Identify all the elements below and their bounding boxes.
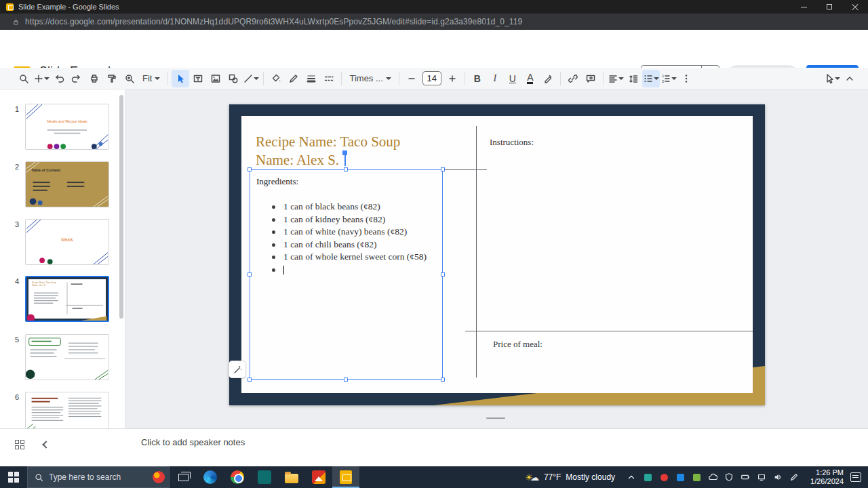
taskbar-clock[interactable]: 1:26 PM 1/26/2024: [804, 468, 849, 486]
text-color-button[interactable]: A: [521, 70, 539, 87]
slide-thumbnail-1[interactable]: Meals and Recipe Ideas: [25, 104, 109, 150]
minimize-button[interactable]: [791, 0, 816, 14]
filmstrip-scrollbar[interactable]: [119, 95, 123, 319]
pointer-mode-button[interactable]: [823, 70, 841, 87]
more-vertical-icon: [681, 73, 692, 84]
insert-line-button[interactable]: [242, 70, 260, 87]
border-color-button[interactable]: [285, 70, 302, 87]
speaker-notes-input[interactable]: Click to add speaker notes: [141, 437, 245, 447]
maximize-button[interactable]: [816, 0, 842, 14]
speaker-notes-bar: Click to add speaker notes: [0, 428, 868, 466]
insert-image-button[interactable]: [207, 70, 224, 87]
slide-thumbnail-3[interactable]: Meals: [25, 219, 109, 265]
link-icon: [568, 73, 578, 84]
menus-search-button[interactable]: [15, 70, 33, 87]
bulleted-list-icon: [643, 73, 654, 84]
chrome-taskbar-button[interactable]: [224, 466, 251, 488]
file-explorer-button[interactable]: [278, 466, 305, 488]
decrease-font-button[interactable]: [403, 70, 420, 87]
tray-app-red[interactable]: [657, 469, 671, 485]
taskbar-search[interactable]: Type here to search: [27, 466, 170, 488]
tray-app-green[interactable]: [690, 469, 703, 485]
ingredients-textbox[interactable]: Ingredients: 1 can of black beans (¢82)1…: [250, 169, 443, 380]
volume-tray-button[interactable]: [771, 469, 785, 485]
slide-thumbnail-6[interactable]: [25, 392, 109, 428]
align-button[interactable]: [607, 70, 625, 87]
battery-tray-button[interactable]: [738, 469, 752, 485]
chrome-icon: [231, 470, 244, 484]
insert-link-button[interactable]: [564, 70, 582, 87]
edge-taskbar-button[interactable]: [197, 466, 224, 488]
slide-thumbnail-2[interactable]: Table of Content: [25, 161, 109, 207]
slide-title-textbox[interactable]: Recipe Name: Taco Soup Name: Alex S.: [256, 133, 400, 169]
floating-tool-button[interactable]: [229, 361, 246, 378]
fill-color-icon: [271, 73, 281, 84]
security-tray-button[interactable]: [722, 469, 736, 485]
grid-view-button[interactable]: [15, 440, 24, 449]
text-box-button[interactable]: [189, 70, 207, 87]
border-weight-button[interactable]: [302, 70, 320, 87]
bold-button[interactable]: B: [469, 70, 486, 87]
hidden-icons-button[interactable]: [625, 469, 638, 485]
insert-shape-button[interactable]: [224, 70, 242, 87]
slide-vertical-divider[interactable]: [476, 126, 477, 378]
url-text[interactable]: https://docs.google.com/presentation/d/1…: [25, 17, 522, 26]
undo-button[interactable]: [50, 70, 68, 87]
slide-horizontal-divider-top[interactable]: [445, 169, 487, 170]
tray-app-teal[interactable]: [641, 469, 654, 485]
app-taskbar-button[interactable]: [251, 466, 278, 488]
resize-handle-s[interactable]: [344, 378, 348, 382]
resize-handle-sw[interactable]: [248, 378, 252, 382]
select-tool-button[interactable]: [172, 70, 189, 87]
slide-thumbnail-4[interactable]: Recipe Name: Taco Soup Name: Alex S.: [25, 276, 109, 322]
resize-handle-w[interactable]: [248, 272, 252, 277]
start-button[interactable]: [0, 466, 27, 488]
line-spacing-button[interactable]: [625, 70, 642, 87]
zoom-select[interactable]: Fit: [138, 70, 164, 87]
highlight-color-button[interactable]: [539, 70, 557, 87]
tray-app-blue[interactable]: [673, 469, 687, 485]
fill-color-button[interactable]: [267, 70, 285, 87]
more-options-button[interactable]: [677, 70, 695, 87]
browser-url-bar[interactable]: https://docs.google.com/presentation/d/1…: [0, 14, 868, 30]
task-view-button[interactable]: [170, 466, 197, 488]
bulleted-list-button[interactable]: [642, 70, 660, 87]
weather-widget[interactable]: ☀☁ 77°F Mostly cloudy: [518, 466, 622, 488]
slide-thumbnail-5[interactable]: [25, 334, 109, 380]
network-tray-button[interactable]: [755, 469, 768, 485]
font-select[interactable]: Times ...: [345, 70, 395, 87]
zoom-button[interactable]: [121, 70, 138, 87]
action-center-icon[interactable]: [850, 472, 861, 482]
photos-taskbar-button[interactable]: [305, 466, 332, 488]
current-slide[interactable]: Recipe Name: Taco Soup Name: Alex S. Ins…: [229, 104, 765, 405]
redo-button[interactable]: [68, 70, 85, 87]
collapse-toolbar-button[interactable]: [841, 70, 859, 87]
chevron-down-icon: [254, 77, 259, 80]
onedrive-tray-button[interactable]: [706, 469, 719, 485]
new-slide-button[interactable]: [33, 70, 50, 87]
numbered-list-button[interactable]: 12: [660, 70, 677, 87]
resize-handle-ne[interactable]: [441, 167, 445, 171]
close-button[interactable]: [842, 0, 868, 14]
slide-horizontal-divider-bottom[interactable]: [465, 331, 753, 331]
font-size-input[interactable]: 14: [422, 71, 441, 85]
price-label[interactable]: Price of meal:: [493, 339, 542, 350]
slides-taskbar-button[interactable]: [332, 466, 359, 488]
add-comment-button[interactable]: [582, 70, 599, 87]
underline-button[interactable]: U: [504, 70, 521, 87]
resize-handle-n[interactable]: [344, 167, 348, 171]
notes-resize-handle[interactable]: [486, 418, 505, 419]
search-highlight-icon[interactable]: [153, 471, 165, 483]
resize-handle-e[interactable]: [441, 272, 445, 277]
tray-teal-icon: [644, 474, 652, 481]
collapse-filmstrip-icon[interactable]: [42, 441, 50, 448]
increase-font-button[interactable]: [443, 70, 461, 87]
instructions-label[interactable]: Instructions:: [490, 137, 534, 148]
italic-button[interactable]: I: [486, 70, 504, 87]
paint-format-button[interactable]: [103, 70, 121, 87]
pen-tray-button[interactable]: [787, 469, 801, 485]
print-button[interactable]: [85, 70, 103, 87]
resize-handle-nw[interactable]: [248, 167, 252, 171]
resize-handle-se[interactable]: [441, 378, 445, 382]
border-dash-button[interactable]: [320, 70, 338, 87]
